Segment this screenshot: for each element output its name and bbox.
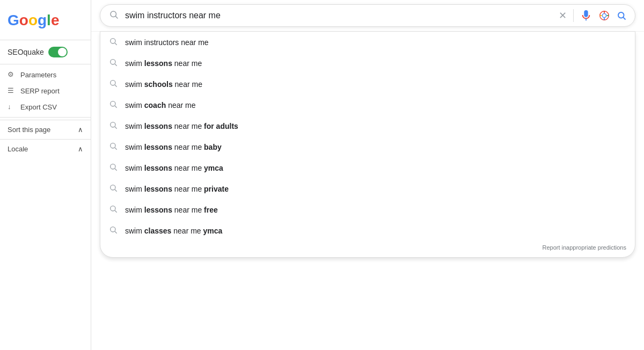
autocomplete-item-5[interactable]: swim lessons near me for adults <box>100 115 635 136</box>
parameters-label: Parameters <box>20 71 56 79</box>
autocomplete-item-8[interactable]: swim lessons near me private <box>100 178 635 199</box>
ac-text-6: swim lessons near me baby <box>125 143 626 151</box>
ac-search-icon-2 <box>109 58 118 68</box>
svg-point-0 <box>111 11 116 17</box>
svg-point-17 <box>111 101 115 106</box>
serp-report-label: SERP report <box>20 87 60 95</box>
svg-line-28 <box>115 210 117 213</box>
svg-point-4 <box>602 13 606 17</box>
locale-section[interactable]: Locale ∧ <box>0 139 91 156</box>
autocomplete-item-9[interactable]: swim lessons near me free <box>100 199 635 220</box>
sort-chevron-icon: ∧ <box>78 126 83 134</box>
autocomplete-dropdown: swim instructors near me swim lessons ne… <box>100 31 635 258</box>
main-area: ✕ <box>91 0 644 350</box>
svg-line-30 <box>115 231 117 234</box>
svg-point-9 <box>618 12 624 18</box>
ac-text-8: swim lessons near me private <box>125 185 626 193</box>
sidebar-item-serp-report[interactable]: ☰ SERP report <box>0 83 91 99</box>
logo-letter-o2: o <box>28 12 38 29</box>
report-icon: ☰ <box>8 86 16 95</box>
search-submit-button[interactable] <box>617 11 626 20</box>
locale-label: Locale <box>8 145 28 153</box>
logo-letter-g2: g <box>38 12 47 29</box>
autocomplete-item-3[interactable]: swim schools near me <box>100 74 635 94</box>
logo-letter-e: e <box>51 12 60 29</box>
svg-line-10 <box>623 17 625 19</box>
svg-line-22 <box>115 148 117 150</box>
search-clear-button[interactable]: ✕ <box>559 10 567 21</box>
microphone-button[interactable] <box>580 10 592 21</box>
ac-text-7: swim lessons near me ymca <box>125 164 626 172</box>
ac-search-icon-4 <box>109 100 118 110</box>
svg-point-19 <box>111 122 115 127</box>
autocomplete-item-1[interactable]: swim instructors near me <box>100 32 635 53</box>
ac-text-10: swim classes near me ymca <box>125 227 626 235</box>
autocomplete-item-10[interactable]: swim classes near me ymca <box>100 220 635 241</box>
lens-button[interactable] <box>598 10 610 21</box>
ac-search-icon-10 <box>109 225 118 236</box>
logo-letter-l: l <box>47 12 51 29</box>
logo-letter-g: G <box>8 12 19 29</box>
ac-search-icon-9 <box>109 205 118 215</box>
svg-line-26 <box>115 189 117 192</box>
locale-chevron-icon: ∧ <box>78 145 83 153</box>
autocomplete-item-2[interactable]: swim lessons near me <box>100 53 635 74</box>
svg-point-25 <box>111 185 115 190</box>
seoquake-row: SEOquake <box>0 42 91 62</box>
ac-search-icon-7 <box>109 163 118 173</box>
ac-text-9: swim lessons near me free <box>125 206 626 214</box>
ac-text-4: swim coach near me <box>125 101 626 110</box>
autocomplete-item-7[interactable]: swim lessons near me ymca <box>100 157 635 178</box>
search-input[interactable] <box>125 11 552 20</box>
svg-line-1 <box>115 16 118 18</box>
sidebar-item-parameters[interactable]: ⚙ Parameters <box>0 67 91 83</box>
ac-search-icon-8 <box>109 184 118 194</box>
ac-text-2: swim lessons near me <box>125 59 626 68</box>
svg-line-16 <box>115 85 117 87</box>
ac-text-3: swim schools near me <box>125 80 626 89</box>
svg-line-14 <box>115 64 117 66</box>
ac-search-icon-3 <box>109 79 118 89</box>
autocomplete-item-6[interactable]: swim lessons near me baby <box>100 136 635 157</box>
gear-icon: ⚙ <box>8 70 16 79</box>
sort-section[interactable]: Sort this page ∧ <box>0 120 91 137</box>
svg-line-24 <box>115 169 117 171</box>
search-actions: ✕ <box>559 9 626 22</box>
search-box: ✕ <box>100 4 635 27</box>
ac-search-icon-6 <box>109 142 118 152</box>
sidebar: G o o g l e SEOquake ⚙ Parameters ☰ SERP… <box>0 0 91 350</box>
ac-text-1: swim instructors near me <box>125 38 626 47</box>
ac-search-icon-5 <box>109 121 118 131</box>
divider-sort <box>0 117 91 118</box>
ac-text-5: swim lessons near me for adults <box>125 122 626 130</box>
search-divider <box>573 9 574 22</box>
divider-top <box>0 40 91 40</box>
svg-line-18 <box>115 106 117 108</box>
svg-point-13 <box>111 60 115 64</box>
google-logo: G o o g l e <box>0 5 91 38</box>
search-container: ✕ <box>91 0 644 32</box>
autocomplete-item-4[interactable]: swim coach near me <box>100 94 635 115</box>
svg-line-12 <box>115 43 117 45</box>
ac-search-icon-1 <box>109 37 118 47</box>
seoquake-label: SEOquake <box>8 48 44 56</box>
divider-mid <box>0 64 91 64</box>
report-predictions-link[interactable]: Report inappropriate predictions <box>100 241 635 253</box>
svg-point-11 <box>111 39 115 43</box>
svg-point-29 <box>111 227 115 232</box>
export-icon: ↓ <box>8 103 16 111</box>
svg-point-15 <box>111 81 115 85</box>
search-left-icon <box>109 10 119 21</box>
sidebar-item-export-csv[interactable]: ↓ Export CSV <box>0 99 91 115</box>
svg-point-21 <box>111 143 115 148</box>
svg-line-20 <box>115 127 117 129</box>
export-csv-label: Export CSV <box>20 103 57 111</box>
svg-point-23 <box>111 164 115 169</box>
seoquake-toggle[interactable] <box>48 47 68 57</box>
logo-letter-o1: o <box>19 12 28 29</box>
sort-label: Sort this page <box>8 126 50 134</box>
svg-point-27 <box>111 206 115 211</box>
